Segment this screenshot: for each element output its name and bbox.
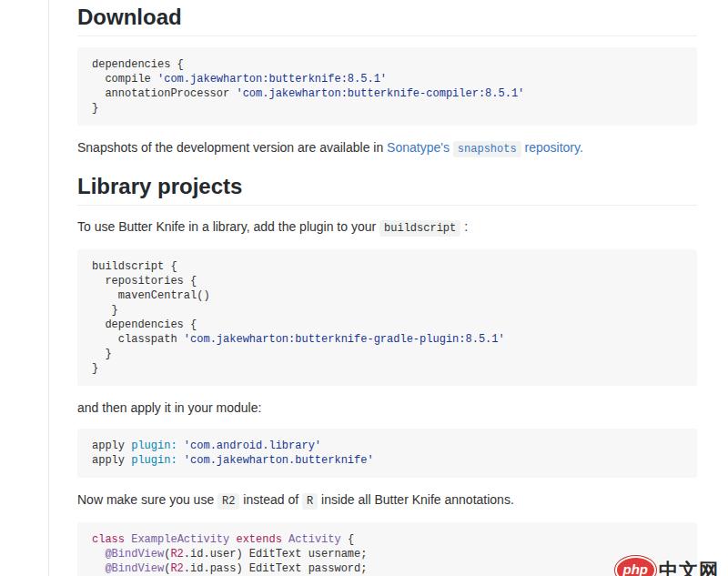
text-token: :	[460, 219, 468, 234]
sonatype-snapshots-link[interactable]: repository.	[525, 140, 583, 155]
text-token: Activity	[288, 533, 341, 546]
php-cn-site-label: 中文网	[659, 558, 719, 576]
text-token: }	[92, 304, 118, 317]
readme-content: Download dependencies { compile 'com.jak…	[48, 0, 728, 576]
text-token: To use Butter Knife in a library, add th…	[77, 219, 379, 234]
code-line: }	[92, 347, 682, 361]
text-token: instead of	[239, 492, 302, 507]
text-token: mavenCentral()	[92, 289, 210, 302]
paragraph-buildscript-intro: To use Butter Knife in a library, add th…	[77, 217, 697, 237]
text-token: R2	[217, 493, 239, 510]
text-token: buildscript	[379, 220, 460, 237]
text-token: repositories {	[92, 275, 197, 288]
section-heading-library-projects: Library projects	[77, 174, 697, 206]
php-cn-watermark: php 中文网	[615, 556, 720, 576]
code-line: apply plugin: 'com.android.library'	[92, 439, 682, 453]
code-block-gradle-buildscript: buildscript { repositories { mavenCentra…	[77, 249, 697, 386]
code-line: }	[92, 101, 682, 116]
code-line: annotationProcessor 'com.jakewharton:but…	[92, 86, 682, 101]
code-line: dependencies {	[92, 318, 682, 332]
sonatype-snapshots-link[interactable]: snapshots	[453, 141, 521, 157]
code-line: apply plugin: 'com.jakewharton.butterkni…	[92, 453, 682, 468]
text-token	[177, 454, 184, 467]
text-token: 'com.jakewharton.butterknife'	[184, 454, 374, 467]
code-line: mavenCentral()	[92, 288, 682, 303]
text-token	[177, 440, 184, 452]
text-token: 'com.jakewharton:butterknife-gradle-plug…	[184, 333, 505, 346]
paragraph-apply-module: and then apply it in your module:	[77, 399, 697, 417]
php-logo: php	[615, 556, 657, 576]
code-line: compile 'com.jakewharton:butterknife:8.5…	[92, 72, 682, 86]
text-token: R2	[170, 562, 183, 575]
text-token: class	[92, 533, 125, 546]
code-line: dependencies {	[92, 57, 682, 72]
text-token: plugin:	[131, 454, 177, 467]
text-token: annotationProcessor	[92, 87, 236, 100]
text-token: R2	[170, 548, 183, 561]
text-token: 'com.jakewharton:butterknife-compiler:8.…	[236, 87, 524, 100]
text-token: {	[341, 533, 354, 546]
text-token: }	[92, 102, 98, 115]
text-token: apply	[92, 440, 131, 452]
text-token	[282, 533, 288, 546]
text-token: and then apply it in your module:	[77, 400, 261, 415]
code-line: class ExampleActivity extends Activity {	[92, 532, 682, 547]
text-token: 'com.jakewharton:butterknife:8.5.1'	[157, 73, 387, 86]
text-token: .id.user) EditText username;	[184, 548, 368, 561]
text-token: @BindView	[105, 562, 164, 575]
text-token: 'com.android.library'	[184, 440, 321, 452]
text-token	[92, 562, 105, 575]
code-line: @BindView(R2.id.pass) EditText password;	[92, 561, 682, 576]
code-line: repositories {	[92, 274, 682, 288]
paragraph-r2-note: Now make sure you use R2 instead of R in…	[77, 490, 697, 510]
code-line: buildscript {	[92, 259, 682, 274]
text-token: ExampleActivity	[131, 533, 229, 546]
text-token: dependencies {	[92, 318, 197, 331]
text-token: extends	[236, 533, 281, 546]
text-token: Now make sure you use	[77, 492, 217, 507]
code-line: }	[92, 361, 682, 376]
code-block-gradle-apply: apply plugin: 'com.android.library'apply…	[77, 429, 697, 478]
text-token: .id.pass) EditText password;	[184, 562, 368, 575]
text-token: @BindView	[105, 548, 164, 561]
code-block-gradle-dependencies: dependencies { compile 'com.jakewharton:…	[77, 47, 697, 126]
text-token: plugin:	[131, 440, 177, 452]
sonatype-snapshots-link[interactable]: Sonatype's	[387, 140, 450, 155]
text-token: classpath	[92, 333, 184, 346]
text-token: inside all Butter Knife annotations.	[318, 492, 514, 507]
code-block-java-example: class ExampleActivity extends Activity {…	[77, 522, 697, 576]
text-token: dependencies {	[92, 58, 184, 71]
text-token: }	[92, 348, 112, 360]
code-line: @BindView(R2.id.user) EditText username;	[92, 547, 682, 561]
text-token: Snapshots of the development version are…	[77, 140, 387, 155]
code-line: classpath 'com.jakewharton:butterknife-g…	[92, 332, 682, 347]
text-token: R	[302, 493, 318, 510]
text-token: compile	[92, 73, 157, 86]
code-line: }	[92, 303, 682, 318]
section-heading-download: Download	[77, 5, 697, 36]
text-token	[92, 548, 105, 561]
text-token: apply	[92, 454, 131, 467]
text-token: }	[92, 362, 98, 375]
text-token: buildscript {	[92, 260, 177, 273]
paragraph-snapshots: Snapshots of the development version are…	[77, 138, 697, 158]
